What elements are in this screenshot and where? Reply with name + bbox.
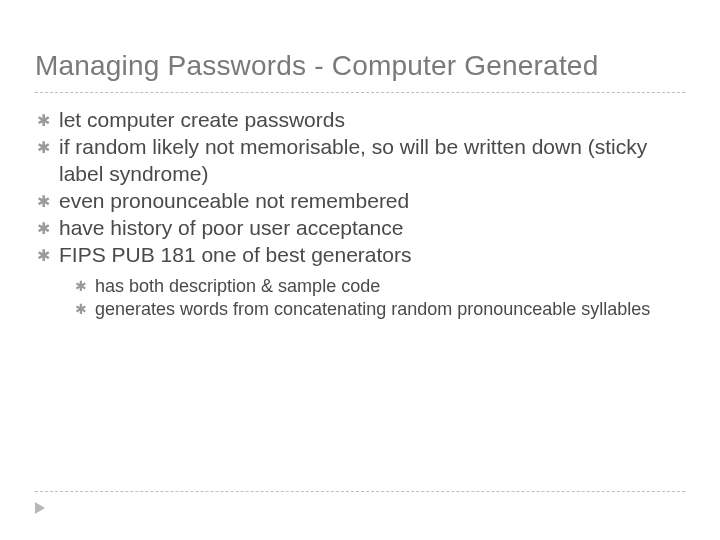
bullet-icon: ✱ <box>37 215 59 239</box>
bullet-icon: ✱ <box>37 242 59 266</box>
list-item: ✱ even pronounceable not remembered <box>37 188 685 214</box>
bullet-text: have history of poor user acceptance <box>59 215 685 241</box>
bullet-text: generates words from concatenating rando… <box>95 298 685 321</box>
list-item: ✱ have history of poor user acceptance <box>37 215 685 241</box>
bullet-icon: ✱ <box>37 107 59 131</box>
sub-bullet-list: ✱ has both description & sample code ✱ g… <box>35 275 685 321</box>
bullet-text: even pronounceable not remembered <box>59 188 685 214</box>
bullet-text: has both description & sample code <box>95 275 685 298</box>
list-item: ✱ if random likely not memorisable, so w… <box>37 134 685 187</box>
bullet-text: let computer create passwords <box>59 107 685 133</box>
bullet-icon: ✱ <box>75 275 95 296</box>
play-icon <box>35 502 45 514</box>
bullet-icon: ✱ <box>75 298 95 319</box>
slide-title: Managing Passwords - Computer Generated <box>35 50 685 82</box>
bullet-text: FIPS PUB 181 one of best generators <box>59 242 685 268</box>
main-bullet-list: ✱ let computer create passwords ✱ if ran… <box>35 107 685 269</box>
bullet-icon: ✱ <box>37 188 59 212</box>
bullet-text: if random likely not memorisable, so wil… <box>59 134 685 187</box>
list-item: ✱ has both description & sample code <box>75 275 685 298</box>
list-item: ✱ let computer create passwords <box>37 107 685 133</box>
bullet-icon: ✱ <box>37 134 59 158</box>
list-item: ✱ FIPS PUB 181 one of best generators <box>37 242 685 268</box>
title-divider <box>35 92 685 93</box>
list-item: ✱ generates words from concatenating ran… <box>75 298 685 321</box>
slide: Managing Passwords - Computer Generated … <box>0 0 720 540</box>
footer-divider <box>35 491 685 492</box>
